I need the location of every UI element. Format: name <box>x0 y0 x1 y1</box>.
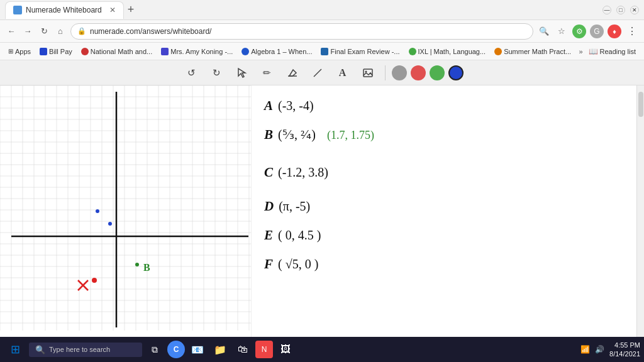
undo-btn[interactable]: ↺ <box>181 63 203 82</box>
start-btn[interactable]: ⊞ <box>4 338 26 361</box>
taskbar-store[interactable]: 🛍 <box>233 339 253 359</box>
notes-area: A (-3, -4) B (⁵⁄₃, ²⁄₄) (1.7, 1.75) C (-… <box>252 85 636 337</box>
taskbar-time[interactable]: 4:55 PM 8/14/2021 <box>609 341 640 359</box>
color-green[interactable] <box>430 65 445 80</box>
color-blue[interactable] <box>448 65 464 80</box>
home-btn[interactable]: ⌂ <box>54 25 67 38</box>
pencil-tool[interactable]: ✏ <box>257 63 278 82</box>
time-display: 4:55 PM <box>614 341 640 349</box>
redo-btn[interactable]: ↻ <box>206 63 228 82</box>
bm-koning-label: Mrs. Amy Koning -... <box>170 48 233 55</box>
taskbar-wifi-icon: 📶 <box>580 345 590 354</box>
maximize-btn[interactable]: □ <box>616 6 625 14</box>
bm-summer-label: Summer Math Pract... <box>504 48 571 55</box>
svg-point-1 <box>365 70 367 72</box>
coord-label-B: B <box>264 121 273 148</box>
color-gray[interactable] <box>392 65 407 80</box>
bm-billpay-label: Bill Pay <box>49 48 72 55</box>
graph-area <box>0 85 252 337</box>
toolbar-sep <box>385 65 386 80</box>
coord-line-B: B (⁵⁄₃, ²⁄₄) (1.7, 1.75) <box>264 121 624 148</box>
text-tool[interactable]: A <box>332 63 353 82</box>
taskbar-search-text: Type here to search <box>49 346 110 353</box>
nav-bar: ← → ↻ ⌂ 🔒 numerade.com/answers/whiteboar… <box>0 20 644 43</box>
coord-val-D: (π, -5) <box>279 193 310 219</box>
image-tool[interactable] <box>357 63 379 82</box>
star-icon[interactable]: ☆ <box>555 25 569 38</box>
coord-val-A: (-3, -4) <box>278 92 314 119</box>
bm-apps-label: Apps <box>15 48 31 55</box>
coord-val-B: (⁵⁄₃, ²⁄₄) <box>278 121 316 148</box>
url-text: numerade.com/answers/whiteboard/ <box>90 27 526 36</box>
address-bar[interactable]: 🔒 numerade.com/answers/whiteboard/ <box>70 23 533 40</box>
taskbar-files[interactable]: 📁 <box>210 339 230 359</box>
tab-title: Numerade Whiteboard <box>26 6 102 14</box>
scroll-thumb[interactable] <box>638 92 643 117</box>
extension-icon[interactable]: ⚙ <box>572 25 586 38</box>
bm-ixl[interactable]: IXL | Math, Languag... <box>406 47 489 57</box>
coord-label-A: A <box>264 92 273 119</box>
coord-val-C: (-1.2, 3.8) <box>278 159 328 185</box>
title-bar: Numerade Whiteboard ✕ + — □ ✕ <box>0 0 644 20</box>
bm-readinglist[interactable]: 📖 Reading list <box>586 46 639 57</box>
taskbar-mail[interactable]: 📧 <box>187 339 208 359</box>
right-scrollbar[interactable] <box>636 85 644 337</box>
bm-algebra[interactable]: Algebra 1 – When... <box>238 47 315 57</box>
whiteboard-toolbar: ↺ ↻ ✏ A <box>0 60 644 85</box>
spacer-CD <box>264 187 624 192</box>
select-tool[interactable] <box>231 63 253 82</box>
bm-algebra-label: Algebra 1 – When... <box>251 48 312 55</box>
bm-apps[interactable]: ⊞ Apps <box>5 47 34 57</box>
bm-national[interactable]: National Math and... <box>78 47 155 57</box>
taskbar-numerade[interactable]: N <box>255 341 273 358</box>
taskbar-search-icon: 🔍 <box>35 345 45 354</box>
notes-content: A (-3, -4) B (⁵⁄₃, ²⁄₄) (1.7, 1.75) C (-… <box>264 92 624 278</box>
nav-icons: 🔍 ☆ ⚙ G ♦ ⋮ <box>537 25 639 38</box>
bm-readinglist-label: Reading list <box>600 48 636 55</box>
taskbar-photos[interactable]: 🖼 <box>275 339 296 359</box>
tab-favicon <box>13 6 22 14</box>
spacer-BC <box>264 150 624 158</box>
line-tool[interactable] <box>307 63 328 82</box>
search-icon[interactable]: 🔍 <box>537 25 551 38</box>
forward-btn[interactable]: → <box>21 25 34 38</box>
coord-label-C: C <box>264 158 273 186</box>
bm-summer[interactable]: Summer Math Pract... <box>491 47 574 57</box>
refresh-btn[interactable]: ↻ <box>38 25 50 38</box>
bm-finalexam[interactable]: Final Exam Review -... <box>318 47 402 57</box>
active-tab[interactable]: Numerade Whiteboard ✕ <box>5 1 124 19</box>
taskbar: ⊞ 🔍 Type here to search ⧉ C 📧 📁 🛍 N 🖼 📶 … <box>0 337 644 362</box>
menu-icon[interactable]: ⋮ <box>625 25 639 38</box>
ext2-icon[interactable]: G <box>590 25 604 38</box>
close-btn[interactable]: ✕ <box>630 6 639 14</box>
bm-ixl-label: IXL | Math, Languag... <box>418 48 486 55</box>
window-controls: — □ ✕ <box>602 6 639 14</box>
bookmarks-more[interactable]: » <box>579 48 582 55</box>
coord-line-F: F ( √5, 0 ) <box>264 250 624 278</box>
bm-koning[interactable]: Mrs. Amy Koning -... <box>158 47 236 57</box>
coord-line-A: A (-3, -4) <box>264 92 624 119</box>
taskbar-sound-icon: 🔊 <box>595 345 604 354</box>
color-red[interactable] <box>411 65 426 80</box>
back-btn[interactable]: ← <box>5 25 18 38</box>
bookmarks-bar: ⊞ Apps Bill Pay National Math and... Mrs… <box>0 43 644 60</box>
new-tab-btn[interactable]: + <box>128 3 135 16</box>
coord-label-E: E <box>264 221 273 249</box>
graph-canvas[interactable] <box>0 85 252 331</box>
coord-label-F: F <box>264 250 273 278</box>
windows-logo: ⊞ <box>11 343 20 356</box>
eraser-tool[interactable] <box>282 63 303 82</box>
coord-line-D: D (π, -5) <box>264 192 624 220</box>
bm-national-label: National Math and... <box>91 48 152 55</box>
tab-close-btn[interactable]: ✕ <box>109 6 116 14</box>
taskbar-chrome[interactable]: C <box>167 341 185 358</box>
bm-billpay[interactable]: Bill Pay <box>36 47 75 57</box>
minimize-btn[interactable]: — <box>602 6 611 14</box>
taskbar-search[interactable]: 🔍 Type here to search <box>29 343 142 357</box>
bm-finalexam-label: Final Exam Review -... <box>330 48 399 55</box>
ext3-icon[interactable]: ♦ <box>608 25 621 38</box>
date-display: 8/14/2021 <box>609 349 640 358</box>
taskbar-task-view[interactable]: ⧉ <box>145 339 165 359</box>
coord-val-E: ( 0, 4.5 ) <box>278 222 321 248</box>
coord-note-B: (1.7, 1.75) <box>327 124 374 148</box>
